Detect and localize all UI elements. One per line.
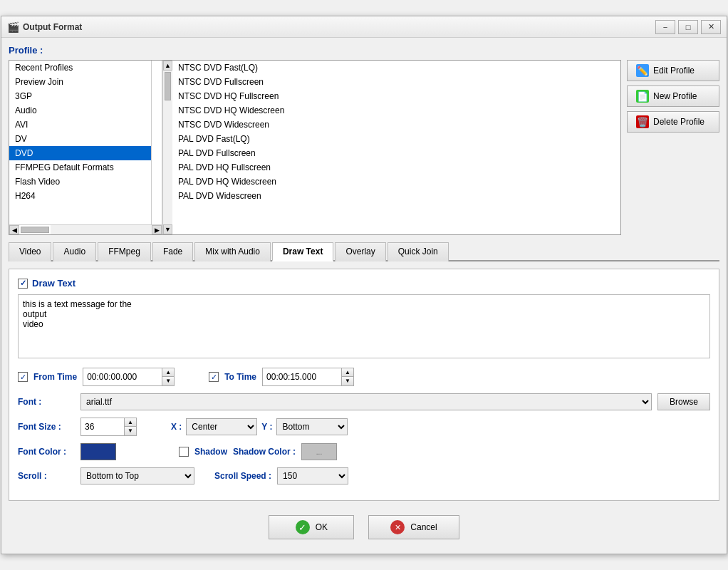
ok-label: OK bbox=[316, 522, 328, 532]
edit-profile-button[interactable]: ✏️ Edit Profile bbox=[627, 60, 719, 81]
from-time-up[interactable]: ▲ bbox=[162, 368, 174, 377]
tab-mix[interactable]: Mix with Audio bbox=[194, 242, 271, 261]
to-time-input[interactable]: ▲ ▼ bbox=[262, 368, 354, 386]
scroll-speed-select[interactable]: 50 100 150 200 250 bbox=[277, 467, 348, 484]
to-time-field[interactable] bbox=[263, 370, 341, 384]
drawtext-checkbox[interactable]: ✓ bbox=[18, 279, 28, 289]
font-row: Font : arial.ttf Browse bbox=[18, 393, 710, 410]
category-item[interactable]: AVI bbox=[9, 118, 151, 132]
tabs-row: Video Audio FFMpeg Fade Mix with Audio D… bbox=[9, 241, 719, 261]
tab-fade[interactable]: Fade bbox=[152, 242, 193, 261]
from-time-checkbox[interactable]: ✓ bbox=[18, 372, 28, 382]
shadow-label: Shadow bbox=[194, 447, 227, 457]
browse-button[interactable]: Browse bbox=[657, 393, 710, 410]
category-item[interactable]: FFMPEG Default Formats bbox=[9, 160, 151, 175]
from-time-input[interactable]: ▲ ▼ bbox=[83, 368, 175, 386]
fontsize-field[interactable] bbox=[81, 420, 124, 434]
new-icon: 📄 bbox=[636, 90, 649, 103]
ok-icon: ✓ bbox=[296, 520, 310, 534]
from-time-label: From Time bbox=[33, 372, 77, 382]
category-item[interactable]: Audio bbox=[9, 103, 151, 118]
font-color-swatch[interactable] bbox=[80, 443, 116, 460]
shadow-color-label: Shadow Color : bbox=[233, 447, 296, 457]
format-item[interactable]: PAL DVD Fast(LQ) bbox=[172, 132, 620, 146]
scroll-speed-label: Scroll Speed : bbox=[214, 471, 271, 481]
category-item-dvd[interactable]: DVD bbox=[9, 146, 151, 160]
scroll-thumb[interactable] bbox=[21, 227, 49, 233]
category-item[interactable]: DV bbox=[9, 132, 151, 146]
format-item[interactable]: PAL DVD HQ Fullscreen bbox=[172, 160, 620, 175]
scroll-select[interactable]: None Bottom to Top Top to Bottom Left to… bbox=[80, 467, 194, 484]
drawtext-textarea[interactable]: this is a text message for the output vi… bbox=[18, 294, 710, 358]
shadow-color-swatch[interactable]: ... bbox=[301, 443, 337, 460]
category-list[interactable]: Recent Profiles Preview Join 3GP Audio A… bbox=[9, 61, 152, 224]
category-item[interactable]: Recent Profiles bbox=[9, 61, 151, 75]
category-item[interactable]: 3GP bbox=[9, 89, 151, 103]
format-item[interactable]: NTSC DVD Fullscreen bbox=[172, 75, 620, 89]
window-controls: − □ ✕ bbox=[655, 20, 721, 34]
category-item-flash[interactable]: Flash Video bbox=[9, 175, 151, 189]
to-time-up[interactable]: ▲ bbox=[342, 368, 353, 377]
fontsize-label: Font Size : bbox=[18, 422, 75, 432]
scroll-label: Scroll : bbox=[18, 471, 75, 481]
x-select[interactable]: Left Center Right bbox=[186, 418, 257, 435]
window-title: Output Format bbox=[23, 22, 655, 32]
scroll-thumb[interactable] bbox=[165, 72, 171, 100]
to-time-spinner[interactable]: ▲ ▼ bbox=[341, 368, 353, 385]
restore-button[interactable]: □ bbox=[678, 20, 698, 34]
ok-button[interactable]: ✓ OK bbox=[269, 515, 354, 539]
tab-overlay[interactable]: Overlay bbox=[335, 242, 385, 261]
fontsize-up[interactable]: ▲ bbox=[125, 418, 136, 427]
profile-row: Recent Profiles Preview Join 3GP Audio A… bbox=[9, 60, 719, 235]
font-label: Font : bbox=[18, 397, 75, 407]
shadow-checkbox[interactable] bbox=[179, 447, 189, 457]
drawtext-header: ✓ Draw Text bbox=[18, 278, 710, 289]
vertical-scrollbar[interactable]: ▲ ▼ bbox=[162, 61, 172, 234]
format-item[interactable]: NTSC DVD HQ Widescreen bbox=[172, 103, 620, 118]
scroll-down-arrow[interactable]: ▼ bbox=[163, 224, 172, 234]
from-time-spinner[interactable]: ▲ ▼ bbox=[162, 368, 174, 385]
minimize-button[interactable]: − bbox=[655, 20, 675, 34]
to-time-checkbox[interactable]: ✓ bbox=[209, 372, 219, 382]
format-item[interactable]: NTSC DVD Fast(LQ) bbox=[172, 61, 620, 75]
from-time-field[interactable] bbox=[83, 370, 162, 384]
x-label: X : bbox=[171, 422, 182, 432]
fontsize-spinner[interactable]: ▲ ▼ bbox=[124, 418, 136, 435]
scroll-right-arrow[interactable]: ▶ bbox=[152, 225, 162, 234]
fontsize-down[interactable]: ▼ bbox=[125, 427, 136, 435]
drawtext-panel: ✓ Draw Text this is a text message for t… bbox=[9, 269, 719, 501]
tab-video[interactable]: Video bbox=[9, 242, 51, 261]
time-row: ✓ From Time ▲ ▼ ✓ To Time ▲ bbox=[18, 368, 710, 386]
font-select[interactable]: arial.ttf bbox=[80, 393, 652, 410]
format-item[interactable]: NTSC DVD HQ Fullscreen bbox=[172, 89, 620, 103]
format-item[interactable]: PAL DVD HQ Widescreen bbox=[172, 175, 620, 189]
format-list[interactable]: NTSC DVD Fast(LQ) NTSC DVD Fullscreen NT… bbox=[172, 61, 620, 224]
profile-label: Profile : bbox=[9, 45, 719, 56]
profile-list-panel: Recent Profiles Preview Join 3GP Audio A… bbox=[9, 60, 621, 235]
category-item[interactable]: H264 bbox=[9, 189, 151, 203]
scroll-up-arrow[interactable]: ▲ bbox=[163, 61, 172, 71]
scroll-left-arrow[interactable]: ◀ bbox=[9, 225, 19, 234]
category-item[interactable]: Preview Join bbox=[9, 75, 151, 89]
fontsize-row: Font Size : ▲ ▼ X : Left Center Right bbox=[18, 418, 710, 436]
cancel-button[interactable]: ✕ Cancel bbox=[368, 515, 459, 539]
delete-profile-button[interactable]: 🗑️ Delete Profile bbox=[627, 111, 719, 133]
from-time-down[interactable]: ▼ bbox=[162, 377, 174, 385]
y-select[interactable]: Top Center Bottom bbox=[276, 418, 348, 435]
tab-drawtext[interactable]: Draw Text bbox=[272, 242, 333, 261]
edit-icon: ✏️ bbox=[636, 64, 649, 77]
fontsize-input[interactable]: ▲ ▼ bbox=[80, 418, 137, 436]
profile-section: Profile : Recent Profiles Preview Join 3… bbox=[9, 45, 719, 235]
format-item[interactable]: NTSC DVD Widescreen bbox=[172, 118, 620, 132]
horizontal-scrollbar[interactable]: ◀ ▶ bbox=[9, 224, 162, 234]
tab-ffmpeg[interactable]: FFMpeg bbox=[98, 242, 151, 261]
tab-audio[interactable]: Audio bbox=[53, 242, 96, 261]
format-item[interactable]: PAL DVD Fullscreen bbox=[172, 146, 620, 160]
footer: ✓ OK ✕ Cancel bbox=[9, 508, 719, 546]
close-button[interactable]: ✕ bbox=[701, 20, 721, 34]
tab-quickjoin[interactable]: Quick Join bbox=[388, 242, 449, 261]
new-profile-button[interactable]: 📄 New Profile bbox=[627, 86, 719, 107]
format-item[interactable]: PAL DVD Widescreen bbox=[172, 189, 620, 203]
to-time-down[interactable]: ▼ bbox=[342, 377, 353, 385]
scroll-track bbox=[51, 225, 152, 234]
